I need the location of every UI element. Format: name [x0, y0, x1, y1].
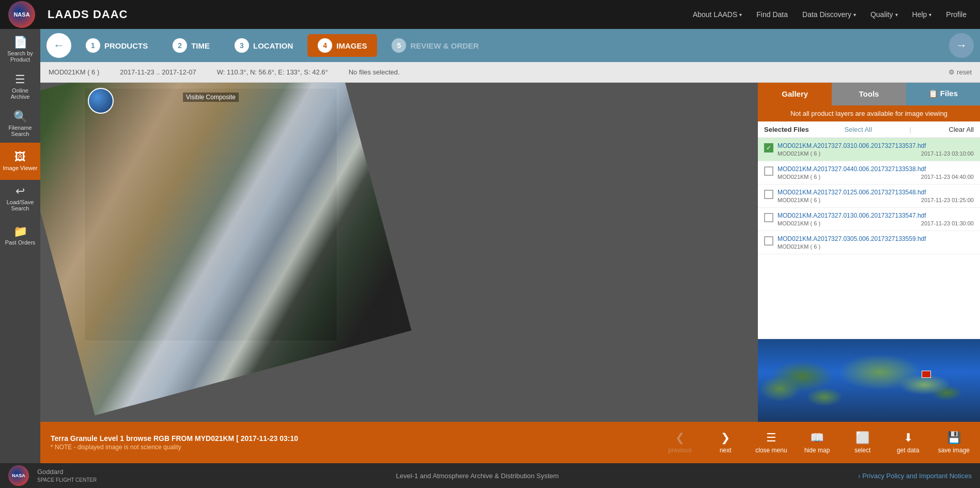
tab-files[interactable]: 📋 Files [906, 83, 980, 105]
file-name-1: MOD021KM.A2017327.0440.006.2017327133538… [777, 165, 974, 173]
sidebar-item-load-save[interactable]: ↩ Load/Save Search [0, 180, 40, 217]
wizard-step-review[interactable]: 5 REVIEW & ORDER [381, 38, 489, 53]
warning-bar: Not all product layers are available for… [758, 105, 980, 121]
sidebar-label-past-orders: Past Orders [5, 239, 36, 246]
control-get-data[interactable]: ⬇ get data [893, 431, 924, 454]
hide-map-label: hide map [804, 447, 830, 454]
file-name-3: MOD021KM.A2017327.0130.006.2017327133547… [777, 212, 974, 219]
nav-data-discovery[interactable]: Data Discovery ▾ [797, 7, 861, 22]
bottom-bar: Terra Granule Level 1 browse RGB FROM MY… [40, 422, 980, 463]
file-info-3: MOD021KM.A2017327.0130.006.2017327133547… [777, 212, 974, 226]
file-checkbox-0[interactable]: ✓ [764, 143, 773, 152]
nasa-logo: NASA [8, 1, 35, 28]
nav-find-data[interactable]: Find Data [751, 7, 793, 22]
nav-links: About LAADS ▾ Find Data Data Discovery ▾… [688, 7, 972, 22]
image-panel-row: Visible Composite Gallery Tools 📋 Files [40, 83, 980, 422]
next-label: next [720, 447, 732, 454]
file-meta-1: MOD021KM ( 6 ) 2017-11-23 04:40:00 [777, 174, 974, 180]
file-name-0: MOD021KM.A2017327.0310.006.2017327133537… [777, 142, 974, 149]
file-checkbox-2[interactable] [764, 190, 773, 199]
wizard-step-time[interactable]: 2 TIME [162, 38, 220, 53]
wizard-bar: ← 1 PRODUCTS 2 TIME 3 LOCATION 4 IMAGES … [40, 29, 980, 62]
main-wrapper: 📄 Search by Product ☰ Online Archive 🔍 F… [0, 29, 980, 463]
clear-all-button[interactable]: Clear All [949, 126, 974, 133]
previous-icon: ❮ [675, 431, 685, 445]
breadcrumb-product: MOD021KM ( 6 ) [49, 68, 99, 76]
file-info-1: MOD021KM.A2017327.0440.006.2017327133538… [777, 165, 974, 180]
control-previous[interactable]: ❮ previous [664, 431, 695, 454]
sidebar-item-search-product[interactable]: 📄 Search by Product [0, 31, 40, 68]
next-icon: ❯ [721, 431, 730, 445]
nav-quality[interactable]: Quality ▾ [865, 7, 903, 22]
satellite-title-label: Visible Composite [183, 93, 239, 102]
step-label-images: IMAGES [336, 41, 367, 50]
file-item-0[interactable]: ✓ MOD021KM.A2017327.0310.006.20173271335… [758, 138, 980, 161]
file-info-0: MOD021KM.A2017327.0310.006.2017327133537… [777, 142, 974, 157]
control-hide-map[interactable]: 📖 hide map [802, 431, 833, 454]
save-image-icon: 💾 [947, 431, 961, 445]
site-title: LAADS DAAC [48, 8, 675, 21]
get-data-icon: ⬇ [904, 431, 913, 445]
search-icon: 🔍 [13, 111, 27, 123]
sidebar-label-filename-search: Filename Search [2, 125, 38, 137]
file-item-4[interactable]: MOD021KM.A2017327.0305.006.2017327133559… [758, 231, 980, 254]
wizard-back-button[interactable]: ← [46, 33, 71, 58]
nasa-small-logo: NASA [8, 465, 29, 486]
reset-button[interactable]: ⚙ reset [948, 68, 972, 76]
file-meta-3: MOD021KM ( 6 ) 2017-11-23 01:30:00 [777, 220, 974, 226]
file-checkbox-4[interactable] [764, 236, 773, 246]
step-num-4: 4 [318, 38, 332, 53]
files-header: Selected Files Select All | Clear All [758, 121, 980, 138]
sidebar-label-load-save: Load/Save Search [2, 199, 38, 211]
file-item-2[interactable]: MOD021KM.A2017327.0125.006.2017327133548… [758, 185, 980, 208]
satellite-image: Visible Composite [84, 88, 337, 341]
control-select[interactable]: ⬜ select [847, 431, 878, 454]
sidebar-label-search-product: Search by Product [2, 50, 38, 63]
bottom-controls: ❮ previous ❯ next ☰ close menu 📖 hide ma… [664, 431, 970, 454]
mini-map [758, 339, 980, 422]
wizard-step-location[interactable]: 3 LOCATION [224, 38, 303, 53]
nav-about[interactable]: About LAADS ▾ [688, 7, 747, 22]
nav-help[interactable]: Help ▾ [907, 7, 937, 22]
sidebar-item-past-orders[interactable]: 📁 Past Orders [0, 217, 40, 254]
tab-tools[interactable]: Tools [832, 83, 906, 105]
content-area: ← 1 PRODUCTS 2 TIME 3 LOCATION 4 IMAGES … [40, 29, 980, 463]
nav-profile[interactable]: Profile [941, 7, 972, 22]
file-checkbox-3[interactable] [764, 213, 773, 222]
right-panel: Gallery Tools 📋 Files Not all product la… [758, 83, 980, 422]
footer-privacy-link[interactable]: › Privacy Policy and Important Notices [858, 472, 972, 480]
file-name-2: MOD021KM.A2017327.0125.006.2017327133548… [777, 189, 974, 196]
mini-map-marker [922, 371, 931, 378]
select-all-button[interactable]: Select All [844, 126, 872, 133]
file-info-4: MOD021KM.A2017327.0305.006.2017327133559… [777, 235, 974, 250]
breadcrumb-time: 2017-11-23 .. 2017-12-07 [120, 68, 196, 76]
step-num-1: 1 [86, 38, 100, 53]
footer-center-text: Level-1 and Atmosphere Archive & Distrib… [105, 472, 850, 480]
control-next[interactable]: ❯ next [710, 431, 741, 454]
bottom-info: Terra Granule Level 1 browse RGB FROM MY… [51, 434, 664, 451]
folder-icon: 📁 [13, 226, 27, 237]
file-checkbox-1[interactable] [764, 166, 773, 176]
image-viewer-canvas[interactable]: Visible Composite [40, 83, 758, 422]
sidebar-item-online-archive[interactable]: ☰ Online Archive [0, 68, 40, 105]
goddard-logo: Goddard SPACE FLIGHT CENTER [37, 468, 97, 483]
file-list: ✓ MOD021KM.A2017327.0310.006.20173271335… [758, 138, 980, 339]
sidebar-item-filename-search[interactable]: 🔍 Filename Search [0, 105, 40, 143]
globe-overlay [88, 88, 114, 114]
step-num-3: 3 [235, 38, 249, 53]
control-save-image[interactable]: 💾 save image [938, 431, 970, 454]
step-num-5: 5 [392, 38, 406, 53]
file-name-4: MOD021KM.A2017327.0305.006.2017327133559… [777, 235, 974, 242]
chevron-right-icon: › [858, 472, 860, 480]
close-menu-label: close menu [755, 447, 787, 454]
file-item-3[interactable]: MOD021KM.A2017327.0130.006.2017327133547… [758, 208, 980, 231]
file-meta-2: MOD021KM ( 6 ) 2017-11-23 01:25:00 [777, 197, 974, 203]
wizard-next-button[interactable]: → [949, 33, 974, 58]
wizard-step-products[interactable]: 1 PRODUCTS [75, 38, 158, 53]
control-close-menu[interactable]: ☰ close menu [755, 431, 787, 454]
file-item-1[interactable]: MOD021KM.A2017327.0440.006.2017327133538… [758, 161, 980, 185]
wizard-step-images[interactable]: 4 IMAGES [307, 34, 377, 57]
get-data-label: get data [897, 447, 919, 454]
sidebar-item-image-viewer[interactable]: 🖼 Image Viewer [0, 143, 40, 180]
tab-gallery[interactable]: Gallery [758, 83, 832, 105]
